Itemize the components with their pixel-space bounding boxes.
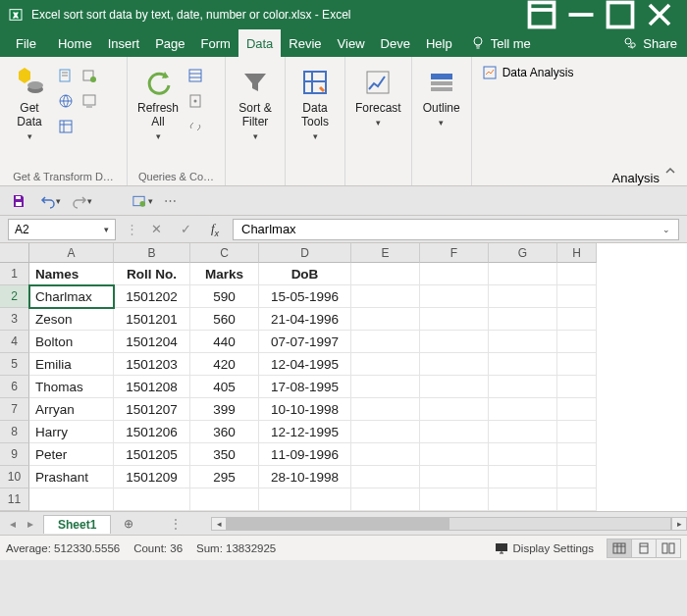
cell-D4[interactable]: 07-07-1997 — [259, 331, 351, 353]
row-header-8[interactable]: 8 — [0, 421, 29, 443]
horizontal-scrollbar[interactable]: ◂ ▸ — [211, 516, 687, 532]
cell-A9[interactable]: Peter — [29, 443, 114, 466]
cell-B5[interactable]: 1501203 — [114, 353, 190, 376]
cell-A8[interactable]: Harry — [29, 421, 114, 443]
sheet-nav-next[interactable]: ▸ — [22, 514, 39, 534]
column-header-A[interactable]: A — [29, 243, 114, 263]
cell-H3[interactable] — [557, 308, 597, 331]
cell-H1[interactable] — [557, 263, 597, 285]
tab-insert[interactable]: Insert — [100, 29, 148, 57]
cell-F3[interactable] — [420, 308, 489, 331]
tab-form[interactable]: Form — [193, 29, 238, 57]
cell-G4[interactable] — [489, 331, 557, 353]
column-header-E[interactable]: E — [351, 243, 420, 263]
cell-E2[interactable] — [351, 285, 420, 308]
cell-F4[interactable] — [420, 331, 489, 353]
cell-A11[interactable] — [29, 488, 114, 511]
cell-H11[interactable] — [557, 488, 597, 511]
cell-G8[interactable] — [489, 421, 557, 443]
cell-B6[interactable]: 1501208 — [114, 376, 190, 398]
cell-D5[interactable]: 12-04-1995 — [259, 353, 351, 376]
cell-D3[interactable]: 21-04-1996 — [259, 308, 351, 331]
cell-A4[interactable]: Bolton — [29, 331, 114, 353]
tab-help[interactable]: Help — [418, 29, 460, 57]
row-header-7[interactable]: 7 — [0, 398, 29, 421]
cell-A7[interactable]: Arryan — [29, 398, 114, 421]
cell-F6[interactable] — [420, 376, 489, 398]
cell-C9[interactable]: 350 — [190, 443, 259, 466]
collapse-ribbon-button[interactable] — [661, 162, 679, 180]
cell-B2[interactable]: 1501202 — [114, 285, 190, 308]
column-header-F[interactable]: F — [420, 243, 489, 263]
tab-page[interactable]: Page — [147, 29, 192, 57]
close-button[interactable] — [640, 0, 679, 29]
cell-F7[interactable] — [420, 398, 489, 421]
column-header-G[interactable]: G — [489, 243, 557, 263]
cell-E3[interactable] — [351, 308, 420, 331]
forecast-button[interactable]: Forecast ▾ — [351, 61, 405, 128]
cell-D6[interactable]: 17-08-1995 — [259, 376, 351, 398]
new-sheet-button[interactable]: ⊕ — [117, 514, 140, 534]
cell-C4[interactable]: 440 — [190, 331, 259, 353]
existing-connections-button[interactable] — [79, 90, 100, 112]
from-text-csv-button[interactable] — [55, 65, 77, 86]
row-header-4[interactable]: 4 — [0, 331, 29, 353]
row-header-2[interactable]: 2 — [0, 285, 29, 308]
row-header-5[interactable]: 5 — [0, 353, 29, 376]
cell-B4[interactable]: 1501204 — [114, 331, 190, 353]
sort-filter-button[interactable]: Sort & Filter ▾ — [232, 61, 279, 141]
cell-H6[interactable] — [557, 376, 597, 398]
from-web-button[interactable] — [55, 90, 77, 112]
tab-home[interactable]: Home — [50, 29, 100, 57]
tab-deve[interactable]: Deve — [373, 29, 418, 57]
cell-C5[interactable]: 420 — [190, 353, 259, 376]
cell-G11[interactable] — [489, 488, 557, 511]
insert-function-button[interactable]: fx — [203, 219, 227, 240]
cell-E6[interactable] — [351, 376, 420, 398]
data-tools-button[interactable]: Data Tools ▾ — [291, 61, 339, 141]
cell-F10[interactable] — [420, 466, 489, 488]
page-layout-view-button[interactable] — [631, 539, 657, 558]
cell-F11[interactable] — [420, 488, 489, 511]
cell-H9[interactable] — [557, 443, 597, 466]
save-button[interactable] — [8, 190, 29, 212]
refresh-all-button[interactable]: Refresh All ▾ — [133, 61, 183, 141]
cell-C2[interactable]: 590 — [190, 285, 259, 308]
properties-button[interactable] — [185, 90, 206, 112]
share-button[interactable]: Share — [612, 29, 687, 57]
cell-D11[interactable] — [259, 488, 351, 511]
cell-A1[interactable]: Names — [29, 263, 114, 285]
cell-A5[interactable]: Emilia — [29, 353, 114, 376]
data-analysis-button[interactable]: Data Analysis — [480, 63, 679, 82]
cell-H2[interactable] — [557, 285, 597, 308]
cell-D8[interactable]: 12-12-1995 — [259, 421, 351, 443]
formula-bar-expand[interactable]: ⌄ — [662, 225, 670, 234]
row-header-11[interactable]: 11 — [0, 488, 29, 511]
formula-bar[interactable]: Charlmax ⌄ — [233, 219, 679, 240]
display-settings-button[interactable]: Display Settings — [494, 540, 594, 556]
recent-sources-button[interactable] — [79, 65, 100, 86]
cell-G2[interactable] — [489, 285, 557, 308]
row-header-6[interactable]: 6 — [0, 376, 29, 398]
name-box[interactable]: A2 ▾ — [8, 219, 116, 240]
normal-view-button[interactable] — [607, 539, 632, 558]
cell-A2[interactable]: Charlmax — [29, 285, 114, 308]
enter-formula-button[interactable]: ✓ — [174, 219, 197, 240]
cell-G7[interactable] — [489, 398, 557, 421]
tab-view[interactable]: View — [330, 29, 373, 57]
outline-button[interactable]: Outline ▾ — [418, 61, 465, 128]
cell-A3[interactable]: Zeson — [29, 308, 114, 331]
column-header-D[interactable]: D — [259, 243, 351, 263]
cell-F1[interactable] — [420, 263, 489, 285]
cell-G1[interactable] — [489, 263, 557, 285]
cell-G3[interactable] — [489, 308, 557, 331]
cell-A10[interactable]: Prashant — [29, 466, 114, 488]
cell-E5[interactable] — [351, 353, 420, 376]
cell-F5[interactable] — [420, 353, 489, 376]
cancel-formula-button[interactable]: ✕ — [144, 219, 168, 240]
column-header-C[interactable]: C — [190, 243, 259, 263]
customize-qat[interactable]: ⋯ — [163, 190, 177, 212]
cell-B7[interactable]: 1501207 — [114, 398, 190, 421]
row-header-10[interactable]: 10 — [0, 466, 29, 488]
cell-F8[interactable] — [420, 421, 489, 443]
